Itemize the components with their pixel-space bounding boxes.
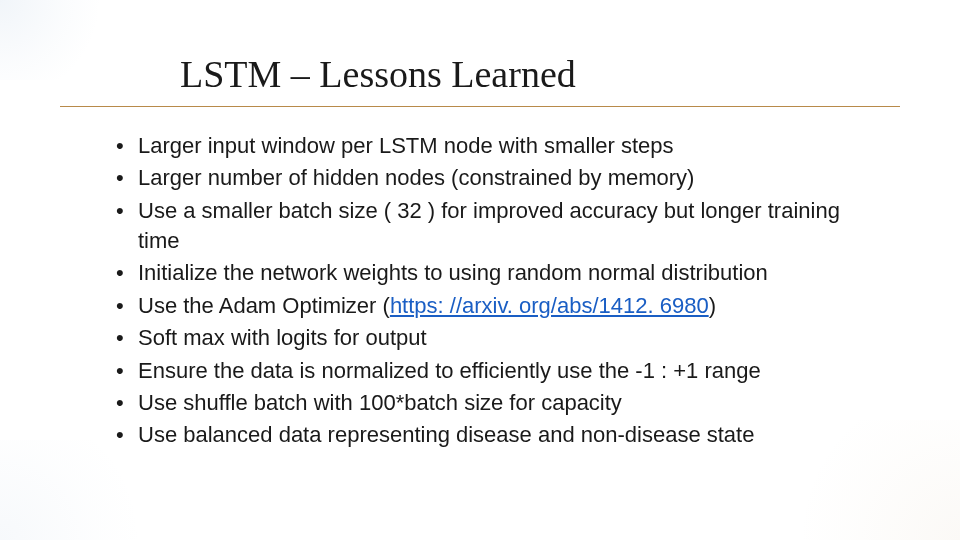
bullet-text: Initialize the network weights to using … bbox=[138, 260, 768, 285]
bullet-text: Larger number of hidden nodes (constrain… bbox=[138, 165, 694, 190]
bullet-item: Soft max with logits for output bbox=[116, 323, 880, 353]
title-divider bbox=[60, 106, 900, 107]
bullet-item: Initialize the network weights to using … bbox=[116, 258, 880, 288]
adam-optimizer-link[interactable]: https: //arxiv. org/abs/1412. 6980 bbox=[390, 293, 709, 318]
bullet-text: Use balanced data representing disease a… bbox=[138, 422, 754, 447]
bullet-item: Larger input window per LSTM node with s… bbox=[116, 131, 880, 161]
bullet-item: Use balanced data representing disease a… bbox=[116, 420, 880, 450]
bullet-text: Ensure the data is normalized to efficie… bbox=[138, 358, 761, 383]
bullet-text: Larger input window per LSTM node with s… bbox=[138, 133, 674, 158]
bullet-list: Larger input window per LSTM node with s… bbox=[60, 131, 900, 451]
bullet-text: Use the Adam Optimizer ( bbox=[138, 293, 390, 318]
bullet-item: Use the Adam Optimizer (https: //arxiv. … bbox=[116, 291, 880, 321]
bullet-item: Ensure the data is normalized to efficie… bbox=[116, 356, 880, 386]
bullet-text: Soft max with logits for output bbox=[138, 325, 427, 350]
bullet-text: Use shuffle batch with 100*batch size fo… bbox=[138, 390, 622, 415]
bullet-item: Larger number of hidden nodes (constrain… bbox=[116, 163, 880, 193]
slide-container: LSTM – Lessons Learned Larger input wind… bbox=[0, 0, 960, 540]
bullet-item: Use shuffle batch with 100*batch size fo… bbox=[116, 388, 880, 418]
bullet-text-after-link: ) bbox=[709, 293, 716, 318]
bullet-item: Use a smaller batch size ( 32 ) for impr… bbox=[116, 196, 880, 257]
slide-title: LSTM – Lessons Learned bbox=[180, 52, 900, 96]
bullet-text: Use a smaller batch size ( 32 ) for impr… bbox=[138, 198, 840, 253]
